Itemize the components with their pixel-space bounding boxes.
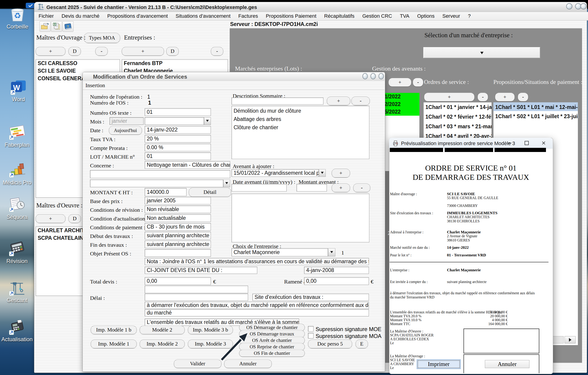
imp-modele-1-button[interactable]: Imp. Modèle 1 (91, 340, 137, 348)
modele-2-button[interactable]: Modèle 2 (140, 326, 185, 334)
desktop-icon-sequora[interactable]: Séquora (9, 197, 25, 220)
desktop-icon-actualisation[interactable]: Actualisation (9, 320, 25, 342)
avenant-combo-button[interactable] (319, 169, 326, 177)
desktop-icon-gescant[interactable]: Gescant (9, 281, 25, 303)
prorata-field[interactable]: 0.00 % (145, 144, 211, 151)
num-os-texte-field[interactable]: 01 (145, 108, 211, 116)
entreprise-remove-button[interactable]: - (211, 47, 223, 56)
moa-remove-button[interactable]: - (95, 47, 108, 56)
menu-options[interactable]: Options (417, 13, 435, 19)
list-item[interactable]: SCI CARLESSO (36, 60, 120, 67)
avenant-line-add-button[interactable]: + (332, 184, 350, 192)
avenant-add-button[interactable]: + (388, 78, 411, 87)
list-item-selected[interactable]: 1Charl * S01 * L01 * mai * 12-mai-2022 (493, 102, 578, 111)
menu-serveur[interactable]: Serveur (442, 13, 460, 19)
export-excel-button[interactable]: X (51, 21, 62, 32)
menu-sit-avancement[interactable]: Situations d'avancement (176, 13, 231, 19)
moe-duplicate-button[interactable]: D (68, 214, 81, 223)
suppression-moa-checkbox[interactable] (308, 333, 314, 338)
preview-close-button[interactable] (540, 140, 547, 146)
menu-tva[interactable]: TVA (400, 13, 409, 19)
list-item[interactable]: 1Charl * 01 * janvier * 14-janv-2 (424, 102, 492, 111)
valider-button[interactable]: Valider (174, 359, 221, 368)
menu-gestion-crc[interactable]: Gestion CRC (362, 13, 392, 19)
prop-add-button[interactable]: + (495, 93, 515, 101)
desktop-icon-faberplan[interactable]: Faberplan (9, 125, 25, 148)
close-button[interactable] (580, 3, 587, 10)
desktop-icon-medicis-pro[interactable]: Médicis Pro (9, 162, 25, 186)
os-add-button[interactable]: + (424, 93, 474, 101)
doc-perso-5-button[interactable]: Doc perso 5 (308, 340, 352, 348)
moa-duplicate-button[interactable]: D (68, 47, 81, 56)
lot-marche-field[interactable]: 01 (145, 153, 211, 160)
imp-modele-2-button[interactable]: Imp. Modèle 2 (140, 340, 185, 348)
menu-prop-avancement[interactable]: Propositions d'avancement (107, 13, 168, 19)
concerne-field[interactable]: Nettoyage terrain - Clôtures de chantier (145, 161, 230, 169)
avenants-detail-list[interactable] (231, 194, 369, 242)
desktop-icon-revision[interactable]: Révision (9, 241, 25, 265)
objet-present-os-field[interactable] (145, 249, 211, 257)
description-input[interactable] (231, 98, 323, 105)
imprimer-button[interactable]: Imprimer (417, 359, 461, 369)
mois-combo-button[interactable] (204, 117, 211, 125)
props-scroll-right-button[interactable] (565, 336, 576, 343)
entreprise-duplicate-button[interactable]: D (166, 47, 179, 56)
suppression-moe-checkbox[interactable] (308, 326, 314, 331)
conditions-paiement-field[interactable]: CB - 30 jours fin de mois (145, 223, 211, 231)
demarrer-field-2[interactable]: du marché (145, 309, 369, 316)
preview-minimize-button[interactable] (506, 140, 513, 146)
menu-recapitulatifs[interactable]: Récapitulatifs (324, 13, 354, 19)
types-moa-button[interactable]: Types MOA (84, 33, 120, 43)
entreprise-add-button[interactable]: + (122, 47, 164, 56)
demarrer-field-1[interactable]: à démarrer l'exécution des travaux, obje… (145, 302, 369, 309)
condition-actualisation-field[interactable]: Non actualisable (145, 214, 211, 222)
e-button[interactable]: E (356, 340, 368, 348)
ramene-field[interactable]: 0,00 (304, 277, 369, 285)
menu-devis[interactable]: Devis du marché (62, 13, 99, 19)
list-item[interactable]: Clôture de chantier (232, 123, 369, 131)
list-item[interactable]: Fernandes BTP (122, 60, 228, 67)
dialog-close-button[interactable] (378, 73, 384, 79)
menu-fichier[interactable]: Fichier (39, 13, 54, 19)
dialog-maximize-button[interactable] (370, 73, 376, 79)
moe-add-button[interactable]: + (36, 214, 65, 223)
date-avenant-field[interactable] (231, 184, 287, 191)
prop-remove-button[interactable]: - (518, 93, 528, 101)
total-devis-field[interactable]: 0,00 (145, 277, 211, 285)
description-list[interactable]: Démolition du mur de clôture Abattage de… (231, 106, 369, 159)
delai-field[interactable] (145, 294, 248, 301)
menu-prop-paiement[interactable]: Propositions Paiement (266, 13, 316, 19)
devis-date-field[interactable]: 4-janv-2008 (304, 267, 369, 274)
taux-tva-field[interactable]: 20 % (145, 135, 211, 143)
selection-marche-combobox[interactable] (423, 47, 540, 58)
os-remove-button[interactable]: - (478, 93, 488, 101)
description-remove-button[interactable]: - (351, 97, 370, 105)
list-item[interactable]: Abattage des arbres (232, 115, 369, 123)
menu-factures[interactable]: Factures (238, 13, 258, 19)
preview-maximize-button[interactable] (523, 140, 530, 146)
concerne-combobox[interactable] (90, 180, 223, 187)
debut-travaux-field[interactable]: suivant planning architecte (145, 232, 211, 239)
menu-help[interactable]: ? (468, 13, 471, 19)
mois-combobox[interactable] (145, 117, 204, 125)
choix-entreprise-combobox[interactable]: Charlet Maçonnerie (231, 248, 328, 256)
concerne-field-2[interactable] (90, 170, 230, 178)
avenant-plus-button[interactable]: + (332, 169, 350, 177)
desktop-icon-word[interactable]: W Word (10, 80, 27, 102)
imp-modele-1b-button[interactable]: Imp. Modèle 1 b (91, 326, 137, 334)
minimize-button[interactable] (566, 3, 572, 10)
date-field[interactable]: 14-janv-2022 (145, 126, 211, 133)
list-item[interactable]: Démolition du mur de clôture (232, 106, 369, 115)
list-item[interactable]: 1/2022 (383, 93, 420, 100)
montant-avenant-field[interactable] (296, 184, 327, 191)
nota-field[interactable]: Nota : Joindre à l'OS n° 1 les attestati… (145, 258, 369, 265)
montant-field[interactable]: 140000.0 (145, 188, 187, 196)
list-item[interactable]: 1Charl * 02 * février * 12-fév-20 (424, 111, 492, 121)
concerne-combo-button[interactable] (223, 180, 230, 187)
devis-label-field[interactable]: CI-JOINT DEVIS EN DATE DU : (145, 267, 257, 274)
description-add-button[interactable]: + (327, 97, 350, 105)
choix-entreprise-combo-button[interactable] (328, 248, 335, 256)
help-button[interactable]: ? (63, 21, 74, 32)
site-execution-field[interactable]: Site d'exécution des travaux : (252, 294, 369, 301)
avenant-combobox[interactable]: 15/01/2022 - Agrandissement local poubel… (231, 169, 319, 177)
